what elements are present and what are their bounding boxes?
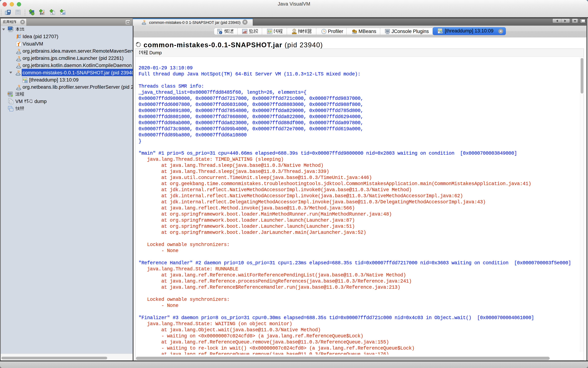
- svg-text:JMX: JMX: [40, 13, 44, 15]
- svg-text:01: 01: [52, 13, 54, 15]
